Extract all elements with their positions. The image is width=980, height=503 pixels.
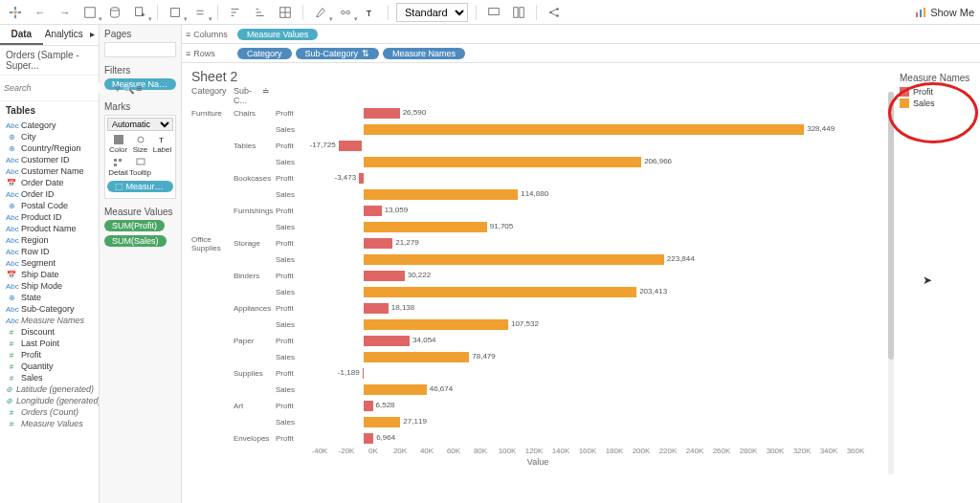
- showme-button[interactable]: Show Me: [915, 7, 974, 18]
- bar[interactable]: [364, 271, 404, 281]
- bar[interactable]: [364, 319, 508, 330]
- bar[interactable]: [364, 157, 641, 167]
- field-discount[interactable]: #Discount: [0, 326, 99, 338]
- bar[interactable]: [364, 254, 663, 265]
- field-longitude-generated-[interactable]: ⊕Longitude (generated): [0, 395, 99, 406]
- svg-point-0: [13, 11, 17, 14]
- find-icon[interactable]: 🔍: [122, 78, 134, 98]
- sheet-title[interactable]: Sheet 2: [191, 69, 884, 84]
- marks-color-pill[interactable]: ⬚ Measure Names: [107, 181, 173, 192]
- field-row-id[interactable]: AbcRow ID: [0, 246, 99, 257]
- marks-type-select[interactable]: Automatic: [107, 118, 173, 131]
- rows-pill-2[interactable]: Measure Names: [383, 48, 465, 59]
- tab-data[interactable]: Data: [0, 25, 43, 45]
- marks-size[interactable]: Size: [129, 133, 151, 156]
- field-orders-count-[interactable]: #Orders (Count): [0, 406, 99, 418]
- bar[interactable]: [339, 141, 363, 151]
- bar[interactable]: [364, 336, 410, 346]
- field-ship-date[interactable]: 📅Ship Date: [0, 269, 99, 280]
- field-measure-names[interactable]: AbcMeasure Names: [0, 315, 99, 326]
- rows-pill-0[interactable]: Category: [237, 48, 292, 59]
- highlight-icon[interactable]: [311, 3, 330, 22]
- field-profit[interactable]: #Profit: [0, 349, 99, 361]
- forward-icon[interactable]: →: [56, 3, 75, 22]
- bar[interactable]: [364, 222, 486, 232]
- bar[interactable]: [364, 352, 469, 362]
- totals-icon[interactable]: [276, 3, 295, 22]
- bar[interactable]: [364, 417, 400, 427]
- marks-color[interactable]: Color: [107, 133, 129, 156]
- bar[interactable]: [364, 124, 804, 135]
- filter-fields-icon[interactable]: ▿: [115, 78, 121, 98]
- bar-label: 27,119: [403, 417, 426, 426]
- bar[interactable]: [364, 189, 518, 200]
- field-category[interactable]: AbcCategory: [0, 120, 99, 131]
- field-quantity[interactable]: #Quantity: [0, 361, 99, 372]
- tab-analytics[interactable]: Analytics: [43, 25, 86, 45]
- sort-icon[interactable]: ≐: [262, 86, 270, 105]
- labels-icon[interactable]: T: [361, 3, 380, 22]
- fit-select[interactable]: Standard: [396, 3, 468, 22]
- logo-icon[interactable]: [6, 3, 25, 22]
- field-country-region[interactable]: ⊕Country/Region: [0, 142, 99, 154]
- field-order-date[interactable]: 📅Order Date: [0, 177, 99, 188]
- field-sub-category[interactable]: AbcSub-Category: [0, 303, 99, 315]
- field-measure-values[interactable]: #Measure Values: [0, 418, 99, 429]
- bar-row: Sales203,413: [191, 284, 884, 300]
- clear-icon[interactable]: [166, 3, 185, 22]
- bar[interactable]: [364, 108, 399, 119]
- bar[interactable]: [364, 287, 636, 297]
- marks-detail[interactable]: Detail: [107, 156, 129, 179]
- field-state[interactable]: ⊕State: [0, 292, 99, 303]
- mv-pill-profit[interactable]: SUM(Profit): [104, 220, 165, 231]
- sort-desc-icon[interactable]: [251, 3, 270, 22]
- mv-pill-sales[interactable]: SUM(Sales): [104, 235, 167, 247]
- bar[interactable]: [364, 384, 426, 395]
- filters-shelf[interactable]: Filters: [104, 65, 176, 76]
- chart-area[interactable]: FurnitureChairsProfit26,590Sales328,449T…: [191, 105, 884, 447]
- field-last-point[interactable]: #Last Point: [0, 338, 99, 349]
- field-segment[interactable]: AbcSegment: [0, 257, 99, 269]
- share-icon[interactable]: [545, 3, 564, 22]
- bar[interactable]: [364, 303, 388, 314]
- pane-menu-icon[interactable]: ▸: [85, 25, 99, 45]
- bar[interactable]: [364, 433, 373, 444]
- group-icon[interactable]: [336, 3, 355, 22]
- header-subcategory[interactable]: Sub-C...≐: [234, 86, 276, 105]
- save-icon[interactable]: [80, 3, 100, 22]
- swap-icon[interactable]: [190, 3, 210, 22]
- field-latitude-generated-[interactable]: ⊕Latitude (generated): [0, 383, 99, 395]
- field-customer-name[interactable]: AbcCustomer Name: [0, 165, 99, 177]
- marks-tooltip[interactable]: Tooltip: [129, 156, 151, 179]
- cards-icon[interactable]: [509, 3, 528, 22]
- pages-shelf[interactable]: Pages: [104, 29, 176, 39]
- bar[interactable]: [364, 401, 372, 411]
- datasource-row[interactable]: Orders (Sample - Super...: [0, 46, 99, 76]
- field-postal-code[interactable]: ⊕Postal Code: [0, 200, 99, 211]
- field-region[interactable]: AbcRegion: [0, 234, 99, 246]
- rows-icon: ≡: [186, 49, 190, 58]
- field-ship-mode[interactable]: AbcShip Mode: [0, 280, 99, 292]
- columns-pill[interactable]: Measure Values: [237, 29, 318, 40]
- field-product-id[interactable]: AbcProduct ID: [0, 211, 99, 223]
- bar[interactable]: [364, 206, 381, 216]
- new-data-icon[interactable]: [105, 3, 124, 22]
- columns-shelf[interactable]: ≡Columns Measure Values: [182, 25, 980, 44]
- bar[interactable]: [363, 368, 365, 379]
- bar[interactable]: [359, 173, 364, 184]
- field-order-id[interactable]: AbcOrder ID: [0, 188, 99, 200]
- field-sales[interactable]: #Sales: [0, 372, 99, 383]
- new-sheet-icon[interactable]: +: [130, 3, 149, 22]
- bar[interactable]: [364, 238, 392, 249]
- presentation-icon[interactable]: [484, 3, 503, 22]
- field-customer-id[interactable]: AbcCustomer ID: [0, 154, 99, 165]
- fields-menu-icon[interactable]: ≡: [136, 78, 142, 98]
- search-input[interactable]: [4, 83, 113, 93]
- sort-asc-icon[interactable]: [226, 3, 245, 22]
- field-product-name[interactable]: AbcProduct Name: [0, 223, 99, 234]
- rows-shelf[interactable]: ≡Rows Category Sub-Category⇅ Measure Nam…: [182, 44, 980, 63]
- rows-pill-1[interactable]: Sub-Category⇅: [296, 48, 380, 59]
- field-city[interactable]: ⊕City: [0, 131, 99, 142]
- marks-label[interactable]: TLabel: [151, 133, 173, 156]
- back-icon[interactable]: ←: [31, 3, 50, 22]
